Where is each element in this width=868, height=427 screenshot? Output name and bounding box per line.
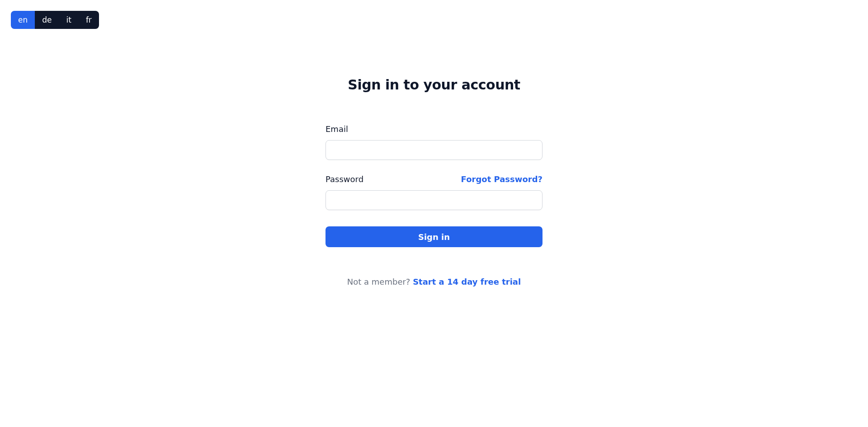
start-trial-link[interactable]: Start a 14 day free trial — [413, 277, 521, 286]
page-title: Sign in to your account — [348, 77, 520, 93]
password-field-group: Password Forgot Password? — [326, 174, 542, 210]
email-field-group: Email — [326, 124, 542, 160]
forgot-password-link[interactable]: Forgot Password? — [461, 174, 542, 184]
not-member-text: Not a member? — [347, 277, 413, 286]
lang-fr-button[interactable]: fr — [79, 11, 99, 29]
signin-button[interactable]: Sign in — [326, 226, 542, 247]
email-label: Email — [326, 124, 348, 134]
language-switcher: en de it fr — [11, 11, 99, 29]
email-input[interactable] — [326, 140, 542, 160]
lang-en-button[interactable]: en — [11, 11, 35, 29]
signin-form: Email Password Forgot Password? Sign in … — [326, 124, 542, 286]
password-input[interactable] — [326, 190, 542, 210]
signin-container: Sign in to your account Email Password F… — [0, 0, 868, 286]
password-label: Password — [326, 174, 363, 184]
lang-de-button[interactable]: de — [35, 11, 59, 29]
lang-it-button[interactable]: it — [59, 11, 78, 29]
signup-prompt: Not a member? Start a 14 day free trial — [326, 277, 542, 286]
